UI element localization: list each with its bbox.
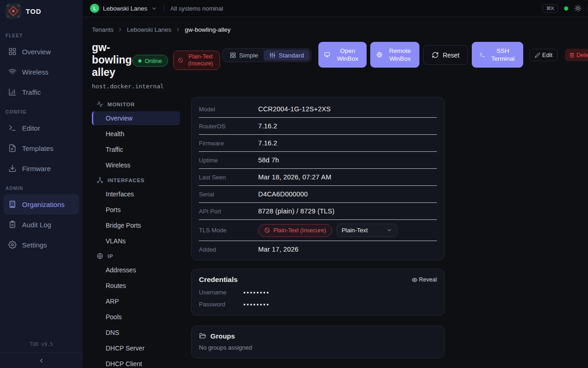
- breadcrumb: TenantsLebowski Lanesgw-bowling-alley: [92, 26, 588, 33]
- sidebar-section-label-fleet: FLEET: [6, 33, 77, 40]
- sidebar-item-overview[interactable]: Overview: [4, 41, 79, 62]
- sidebar-item-label: Organizations: [22, 201, 65, 208]
- subnav-item-vlans[interactable]: VLANs: [92, 233, 180, 249]
- bar-chart-icon: [8, 88, 17, 96]
- sidebar-item-audit-log[interactable]: Audit Log: [4, 214, 79, 235]
- sidebar-item-label: Templates: [22, 144, 53, 152]
- subnav-item-arp[interactable]: ARP: [92, 293, 180, 309]
- subnav-item-dns[interactable]: DNS: [92, 325, 180, 340]
- sidebar-item-wireless[interactable]: Wireless: [4, 62, 79, 82]
- detail-label: Firmware: [199, 140, 258, 147]
- remote-winbox-label: Remote WinBox: [387, 47, 413, 63]
- edit-button[interactable]: Edit: [530, 49, 557, 61]
- reveal-credentials-button[interactable]: Reveal: [412, 276, 437, 283]
- detail-label: Last Seen: [199, 174, 258, 181]
- sidebar-item-templates[interactable]: Templates: [4, 138, 79, 158]
- subnav-section-monitor: MONITOR: [92, 97, 180, 110]
- sidebar-collapse-button[interactable]: [0, 352, 83, 368]
- device-host: host.docker.internal: [92, 83, 129, 90]
- detail-label: Model: [199, 106, 258, 113]
- health-status-dot: [564, 6, 568, 11]
- sidebar-item-label: Audit Log: [22, 221, 51, 229]
- view-toggle-simple[interactable]: Simple: [224, 50, 264, 61]
- sidebar-item-firmware[interactable]: Firmware: [4, 158, 79, 178]
- org-switcher[interactable]: L Lebowski Lanes: [90, 4, 157, 13]
- app-logo[interactable]: TOD: [0, 0, 83, 22]
- view-mode-toggle: SimpleStandard: [222, 48, 311, 62]
- detail-value: 8728 (plain) / 8729 (TLS): [258, 207, 334, 215]
- subnav-item-health[interactable]: Health: [92, 126, 180, 142]
- subnav-item-pools[interactable]: Pools: [92, 309, 180, 325]
- detail-label: RouterOS: [199, 123, 258, 130]
- sidebar-footer: TOD v9.5: [0, 338, 83, 368]
- tls-select-value: Plain-Text: [342, 227, 368, 234]
- credential-masked-value: ••••••••: [243, 289, 270, 296]
- credential-masked-value: ••••••••: [243, 301, 270, 308]
- security-badge: Plain-Text (Insecure): [173, 51, 220, 70]
- chevron-down-icon: [151, 6, 157, 12]
- subnav-item-traffic[interactable]: Traffic: [92, 142, 180, 157]
- reset-label: Reset: [443, 52, 460, 59]
- monitor-icon: [324, 52, 330, 58]
- detail-value: 7.16.2: [258, 122, 277, 130]
- breadcrumb-item-lebowski-lanes[interactable]: Lebowski Lanes: [127, 26, 171, 33]
- chevron-right-icon: [175, 27, 181, 33]
- sun-icon[interactable]: [574, 5, 582, 12]
- detail-row-added: AddedMar 17, 2026: [192, 241, 444, 258]
- subnav-section-label: MONITOR: [107, 102, 135, 107]
- refresh-icon: [432, 52, 439, 58]
- page-title: gw-bowling-alley: [92, 41, 131, 79]
- delete-button[interactable]: Delete: [565, 49, 588, 61]
- tls-mode-select[interactable]: Plain-Text: [337, 224, 397, 237]
- view-toggle-standard[interactable]: Standard: [264, 50, 310, 61]
- topbar: L Lebowski Lanes All systems nominal ⌘K …: [83, 0, 588, 17]
- sidebar-item-editor[interactable]: Editor: [4, 118, 79, 138]
- subnav-item-interfaces[interactable]: Interfaces: [92, 186, 180, 202]
- download-icon: [8, 164, 17, 172]
- reset-button[interactable]: Reset: [423, 45, 469, 65]
- sidebar-item-organizations[interactable]: Organizations: [4, 194, 79, 214]
- breadcrumb-item-tenants[interactable]: Tenants: [92, 26, 113, 33]
- detail-value: D4CA6D000000: [258, 190, 308, 198]
- subnav-item-bridge-ports[interactable]: Bridge Ports: [92, 218, 180, 233]
- device-title-block: gw-bowling-alley host.docker.internal: [92, 41, 129, 90]
- subnav-section-label: INTERFACES: [107, 178, 145, 183]
- subnav-item-addresses[interactable]: Addresses: [92, 262, 180, 278]
- subnav-item-routes[interactable]: Routes: [92, 278, 180, 293]
- subnav-item-ports[interactable]: Ports: [92, 202, 180, 218]
- sidebar-item-label: Firmware: [22, 165, 51, 172]
- org-avatar: L: [90, 4, 99, 13]
- online-dot-icon: [138, 59, 141, 63]
- app-logo-icon: [6, 3, 21, 19]
- credentials-title: Credentials: [199, 276, 237, 284]
- globe-icon: [96, 253, 103, 259]
- credential-row-username: Username••••••••: [199, 289, 437, 296]
- grid-icon: [230, 52, 236, 58]
- ssh-terminal-button[interactable]: SSH Terminal: [472, 42, 523, 68]
- subnav-item-dhcp-client[interactable]: DHCP Client: [92, 356, 180, 368]
- clipboard-icon: [8, 220, 17, 229]
- detail-value: 7.16.2: [258, 139, 277, 147]
- breadcrumb-item-gw-bowling-alley: gw-bowling-alley: [185, 26, 231, 33]
- open-winbox-label: Open WinBox: [334, 47, 361, 63]
- groups-title: Groups: [210, 332, 235, 340]
- remote-winbox-button[interactable]: Remote WinBox: [370, 42, 419, 68]
- page-content: TenantsLebowski Lanesgw-bowling-alley gw…: [83, 17, 588, 368]
- device-subnav: MONITOROverviewHealthTrafficWirelessINTE…: [92, 97, 180, 368]
- groups-empty-message: No groups assigned: [199, 344, 437, 351]
- detail-row-uptime: Uptime58d 7h: [192, 152, 444, 169]
- subnav-item-dhcp-server[interactable]: DHCP Server: [92, 340, 180, 356]
- sidebar-item-traffic[interactable]: Traffic: [4, 82, 79, 102]
- credential-label: Password: [199, 301, 243, 308]
- detail-row-routeros: RouterOS7.16.2: [192, 118, 444, 135]
- sidebar-item-settings[interactable]: Settings: [4, 235, 79, 255]
- command-palette-shortcut[interactable]: ⌘K: [543, 4, 558, 13]
- app-root: TOD FLEETOverviewWirelessTrafficCONFIGEd…: [0, 0, 588, 368]
- subnav-item-wireless[interactable]: Wireless: [92, 157, 180, 173]
- subnav-item-overview[interactable]: Overview: [92, 111, 180, 125]
- status-badge: Online: [132, 55, 168, 67]
- open-winbox-button[interactable]: Open WinBox: [318, 42, 367, 68]
- tls-insecure-badge: Plain-Text (Insecure): [258, 224, 332, 237]
- sidebar-nav: FLEETOverviewWirelessTrafficCONFIGEditor…: [0, 22, 83, 338]
- detail-label: TLS Mode: [199, 227, 258, 234]
